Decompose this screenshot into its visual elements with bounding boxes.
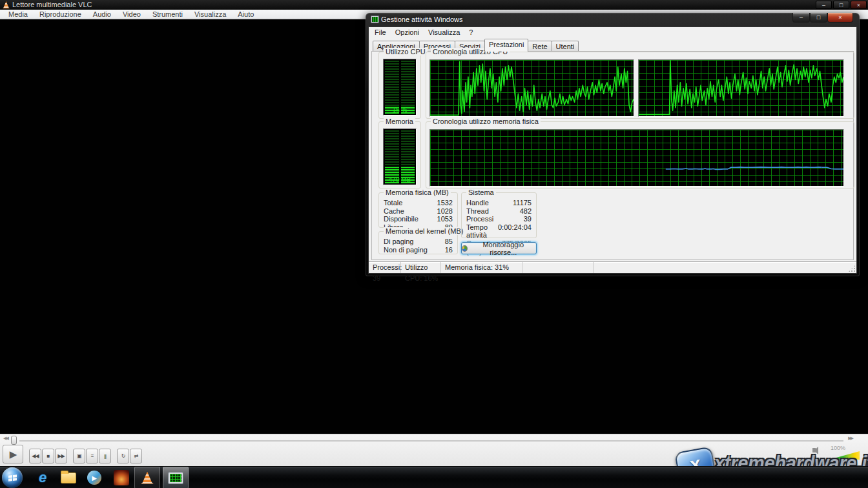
menu-item-opzioni[interactable]: Opzioni	[391, 28, 424, 37]
info-label: Non di paging	[384, 246, 428, 254]
task-manager-title: Gestione attività Windows	[381, 15, 463, 23]
menu-item-file[interactable]: File	[370, 28, 391, 37]
vlc-time-display: --:--/--:--	[827, 460, 847, 466]
cpu-usage-meter: 16 %	[383, 59, 417, 116]
seek-slider[interactable]	[19, 440, 843, 442]
tm-status-bar: Processi: 39Utilizzo CPU: 16%Memoria fis…	[369, 261, 856, 273]
menu-item--[interactable]: ?	[464, 28, 477, 37]
info-label: Thread	[466, 207, 489, 216]
physical-memory-groupbox: Memoria fisica (MB) Totale1532Cache1028D…	[378, 192, 458, 228]
vlc-control-bar: ◀◀ ▶▶ ▶◀◀■▶▶▣≡|||↻⇄	[0, 434, 868, 466]
info-row: Handle11175	[463, 199, 535, 207]
taskbar-item-task-manager[interactable]	[163, 467, 189, 488]
shuffle-button[interactable]: ⇄	[130, 449, 142, 463]
info-value: 16	[445, 246, 453, 254]
menu-item-aiuto[interactable]: Aiuto	[232, 10, 260, 19]
task-manager-app-icon	[371, 15, 379, 23]
status-pane: Utilizzo CPU: 16%	[401, 262, 441, 273]
memory-value: 479 MB	[384, 176, 416, 183]
flame-app-icon	[114, 470, 129, 485]
next-button[interactable]: ▶▶	[55, 449, 67, 463]
tab-utenti[interactable]: Utenti	[552, 41, 579, 52]
menu-item-strumenti[interactable]: Strumenti	[147, 10, 189, 19]
info-label: Di paging	[384, 238, 413, 246]
kernel-memory-title: Memoria del kernel (MB)	[384, 227, 465, 235]
status-pane: Memoria fisica: 31%	[441, 262, 522, 273]
play-button[interactable]: ▶	[3, 445, 23, 463]
previous-button[interactable]: ◀◀	[29, 449, 41, 463]
status-pane: Processi: 39	[369, 262, 401, 273]
task-manager-window: Gestione attività Windows – □ × FileOpzi…	[366, 13, 860, 276]
internet-explorer-icon: e	[39, 469, 46, 486]
stop-button[interactable]: ■	[42, 449, 54, 463]
info-value: 0:00:24:04	[498, 223, 532, 239]
vlc-restore-button[interactable]: □	[833, 1, 849, 9]
info-value: 39	[524, 215, 532, 223]
menu-item-audio[interactable]: Audio	[87, 10, 117, 19]
info-row: Disponibile1053	[380, 215, 456, 223]
task-manager-client-area: FileOpzioniVisualizza? ApplicazioniProce…	[368, 26, 857, 274]
tab-prestazioni[interactable]: Prestazioni	[484, 39, 528, 52]
info-row: Di paging85	[380, 238, 456, 246]
resource-monitor-button[interactable]: Monitoraggio risorse...	[461, 242, 537, 254]
volume-percent-label: 100%	[831, 445, 845, 451]
info-label: Processi	[466, 215, 493, 223]
taskbar-item-internet-explorer[interactable]: e	[30, 467, 56, 488]
memory-group-title: Memoria	[384, 117, 415, 125]
menu-item-media[interactable]: Media	[3, 10, 34, 19]
tm-close-button[interactable]: ×	[827, 13, 853, 23]
taskbar-item-media-player[interactable]: ▶	[81, 467, 107, 488]
info-row: Processi39	[463, 215, 535, 223]
media-player-icon: ▶	[87, 471, 101, 485]
seek-forward-icon: ▶▶	[848, 436, 852, 441]
vlc-minimize-button[interactable]: –	[816, 1, 832, 9]
cpu-usage-group-title: Utilizzo CPU	[384, 48, 428, 56]
cpu-history-chart-2	[638, 59, 844, 117]
vlc-window-title: Lettore multimediale VLC	[12, 1, 92, 8]
resource-monitor-icon	[462, 245, 468, 252]
menu-item-visualizza[interactable]: Visualizza	[189, 10, 232, 19]
info-value: 482	[520, 207, 532, 216]
tm-menubar: FileOpzioniVisualizza?	[369, 27, 856, 37]
vlc-logo-icon	[3, 1, 10, 8]
tab-rete[interactable]: Rete	[528, 41, 552, 52]
equalizer-button[interactable]: |||	[99, 449, 111, 463]
tm-minimize-button[interactable]: –	[792, 13, 810, 23]
task-manager-titlebar[interactable]: Gestione attività Windows – □ ×	[366, 13, 860, 26]
info-value: 1053	[437, 215, 453, 223]
tm-maximize-button[interactable]: □	[810, 13, 827, 23]
physical-memory-title: Memoria fisica (MB)	[384, 188, 451, 196]
folder-icon	[61, 473, 76, 483]
info-value: 1028	[437, 207, 453, 216]
info-row: Totale1532	[380, 199, 456, 207]
taskbar: e ▶ IT ▴ ⚑× × 20:34 17/02/2011	[0, 466, 868, 488]
seek-slider-handle[interactable]	[11, 436, 17, 445]
info-value: 1532	[437, 199, 453, 207]
playlist-button[interactable]: ≡	[86, 449, 98, 463]
menu-item-video[interactable]: Video	[117, 10, 147, 19]
system-groupbox: Sistema Handle11175Thread482Processi39Te…	[461, 192, 537, 238]
info-row: Non di paging16	[380, 246, 456, 254]
task-manager-icon	[168, 472, 183, 484]
loop-button[interactable]: ↻	[117, 449, 129, 463]
vlc-close-button[interactable]: ×	[851, 1, 867, 9]
cpu-usage-value: 16 %	[384, 107, 416, 114]
info-label: Cache	[384, 207, 404, 216]
vlc-playback-buttons: ▶◀◀■▶▶▣≡|||↻⇄	[3, 445, 148, 463]
volume-speaker-icon[interactable]	[812, 446, 823, 454]
info-label: Tempo attività	[466, 223, 498, 239]
memory-history-chart	[429, 129, 844, 187]
status-pane	[522, 262, 594, 273]
cpu-history-chart-1	[429, 59, 634, 117]
vlc-icon	[141, 472, 154, 484]
info-label: Handle	[466, 199, 489, 207]
start-button[interactable]	[2, 467, 23, 488]
menu-item-visualizza[interactable]: Visualizza	[424, 28, 464, 37]
fullscreen-button[interactable]: ▣	[73, 449, 85, 463]
taskbar-item-flame-app[interactable]	[108, 467, 134, 488]
taskbar-item-explorer[interactable]	[56, 467, 81, 488]
menu-item-riproduzione[interactable]: Riproduzione	[34, 10, 87, 19]
info-label: Totale	[384, 199, 402, 207]
memory-groupbox: Memoria 479 MB	[378, 121, 421, 188]
taskbar-item-vlc[interactable]	[134, 467, 160, 488]
